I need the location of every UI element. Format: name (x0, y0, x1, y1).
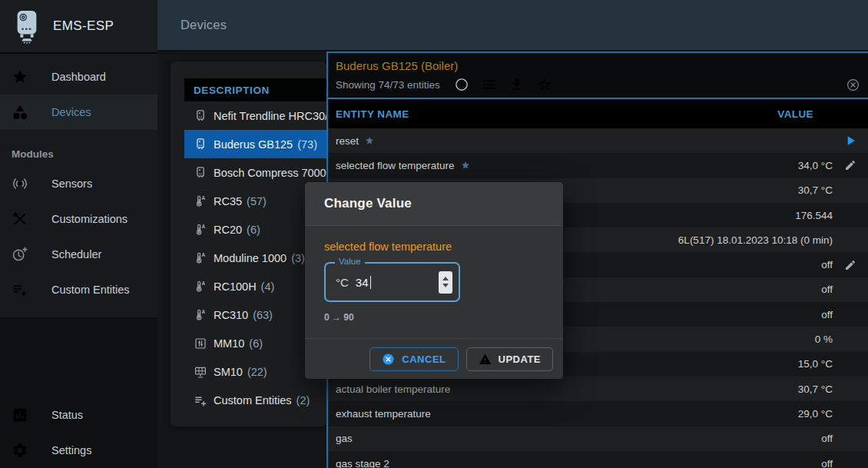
star-outline-icon[interactable] (537, 77, 552, 92)
sidebar-item-label: Devices (51, 106, 91, 118)
dialog-title: Change Value (324, 196, 412, 211)
device-count: (73) (297, 138, 317, 151)
sidebar-item-label: Customizations (51, 213, 128, 225)
page-title: Devices (181, 18, 227, 32)
star-icon (12, 68, 28, 85)
gear-icon (12, 442, 28, 459)
device-name: Bosch Compress 7000i (214, 167, 326, 179)
column-entity-name: ENTITY NAME (336, 108, 409, 120)
device-list-card: DESCRIPTION Nefit Trendline HRC30/CBuder… (171, 61, 326, 427)
number-stepper[interactable] (439, 271, 452, 294)
text-caret (370, 276, 372, 289)
showing-entities-text: Showing 74/73 entities (336, 79, 440, 91)
entity-value: 176.544 (795, 210, 833, 221)
sort-icon[interactable] (416, 108, 429, 120)
entity-value: 6L(517) 18.01.2023 10:18 (0 min) (678, 234, 833, 246)
play-icon[interactable] (843, 133, 858, 148)
cancel-button[interactable]: CANCEL (369, 347, 458, 371)
device-name: Custom Entities (214, 394, 292, 407)
solar-icon (194, 365, 207, 379)
sidebar-item-scheduler[interactable]: Scheduler (0, 237, 157, 272)
device-row[interactable]: Buderus GB125(73) (184, 130, 326, 158)
entity-value: 30,7 °C (798, 383, 833, 395)
device-row[interactable]: Bosch Compress 7000i (184, 158, 326, 187)
device-count: (6) (249, 337, 263, 350)
topbar: Devices (157, 0, 868, 50)
entity-value: 34,0 °C (798, 160, 833, 171)
favorite-star-icon (461, 161, 470, 170)
sort-icon[interactable] (820, 108, 833, 120)
device-count: (22) (247, 366, 267, 378)
entity-row[interactable]: selected flow temperature34,0 °C (328, 153, 868, 178)
entity-row[interactable]: gasoff (328, 427, 868, 451)
sidebar: EMS-ESP Dashboard Devices Modules Sensor… (0, 0, 157, 468)
cancel-icon (382, 353, 395, 366)
category-icon (12, 104, 28, 121)
thermostat-icon (194, 280, 207, 294)
sidebar-item-status[interactable]: Status (0, 397, 157, 433)
info-icon[interactable] (454, 77, 469, 92)
cancel-button-label: CANCEL (402, 353, 446, 365)
device-name: RC100H (214, 280, 257, 293)
row-action-slot (833, 133, 868, 148)
change-value-dialog: Change Value selected flow temperature V… (305, 182, 563, 379)
close-circle-icon[interactable] (846, 78, 860, 92)
entity-row[interactable]: actual boiler temperature30,7 °C (328, 377, 868, 401)
device-name: MM10 (214, 337, 244, 350)
value-range-hint: 0 → 90 (324, 312, 544, 323)
row-action-slot (833, 259, 868, 271)
stepper-up-icon[interactable] (442, 277, 449, 280)
app-title: EMS-ESP (53, 18, 114, 34)
value-input-label: Value (335, 257, 365, 266)
warning-icon (479, 353, 492, 366)
dialog-header: Change Value (305, 182, 563, 226)
ems-esp-logo-icon (12, 8, 41, 44)
sidebar-item-customizations[interactable]: Customizations (0, 201, 157, 237)
sidebar-item-custom-entities[interactable]: Custom Entities (0, 272, 157, 307)
entity-name: exhaust temperature (336, 408, 431, 420)
boiler-icon (194, 166, 207, 180)
device-row[interactable]: Nefit Trendline HRC30/C (184, 101, 326, 130)
stepper-down-icon[interactable] (442, 284, 449, 287)
update-button-label: UPDATE (499, 353, 541, 365)
thermostat-icon (194, 308, 207, 322)
sidebar-item-settings[interactable]: Settings (0, 433, 157, 468)
row-action-slot (833, 159, 868, 171)
edit-icon[interactable] (844, 259, 856, 271)
entity-panel-title: Buderus GB125 (Boiler) (328, 53, 868, 72)
sidebar-item-devices[interactable]: Devices (0, 95, 157, 130)
entity-panel-header: Buderus GB125 (Boiler) Showing 74/73 ent… (328, 53, 868, 99)
device-count: (2) (297, 394, 310, 407)
value-input[interactable]: Value °C 34 (324, 262, 460, 302)
device-row[interactable]: Custom Entities(2) (184, 386, 326, 414)
entity-value: off (821, 284, 833, 295)
playlist-add-icon (194, 393, 207, 407)
sidebar-item-dashboard[interactable]: Dashboard (0, 59, 157, 95)
list-icon[interactable] (482, 77, 497, 92)
download-icon[interactable] (509, 77, 525, 92)
assessment-icon (12, 407, 28, 423)
entity-row[interactable]: gas stage 2off (328, 451, 868, 468)
sidebar-item-label: Dashboard (51, 71, 106, 83)
entity-value: 0 % (815, 334, 833, 345)
device-count: (3) (291, 252, 305, 264)
update-button[interactable]: UPDATE (466, 347, 553, 371)
field-label: selected flow temperature (324, 241, 544, 253)
sidebar-item-label: Status (51, 409, 83, 421)
column-value: VALUE (777, 108, 813, 120)
sidebar-item-label: Custom Entities (51, 284, 130, 296)
entity-value: off (821, 433, 833, 444)
sensors-icon (12, 175, 28, 192)
dialog-footer: CANCEL UPDATE (305, 338, 563, 379)
entity-name: gas stage 2 (336, 458, 389, 468)
boiler-icon (194, 138, 207, 151)
edit-icon[interactable] (844, 159, 856, 171)
sidebar-item-sensors[interactable]: Sensors (0, 166, 157, 201)
entity-name: actual boiler temperature (336, 383, 450, 395)
device-name: RC310 (214, 309, 248, 321)
entity-row[interactable]: exhaust temperature29,0 °C (328, 401, 868, 426)
device-count: (4) (261, 280, 275, 293)
entity-row[interactable]: reset (328, 128, 868, 153)
device-count: (57) (247, 195, 267, 207)
entity-toolbar: Showing 74/73 entities (328, 77, 868, 92)
